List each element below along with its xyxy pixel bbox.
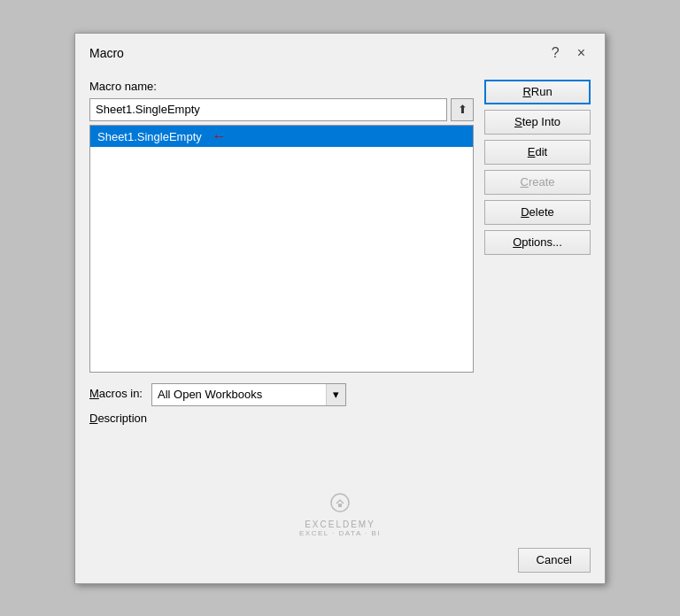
step-into-label: Step Into xyxy=(514,115,560,128)
step-into-button[interactable]: Step Into xyxy=(484,110,591,135)
options-label: Options... xyxy=(513,235,562,249)
description-label: Description xyxy=(89,412,147,425)
bottom-section: Macros in: All Open Workbooks ▾ Descript… xyxy=(89,383,591,469)
footer-row: Cancel xyxy=(75,541,605,583)
brand-tagline: EXCEL · DATA · BI xyxy=(299,529,381,537)
run-button[interactable]: RRun xyxy=(484,80,591,104)
options-button[interactable]: Options... xyxy=(484,230,591,255)
cancel-label: Cancel xyxy=(537,553,572,566)
macros-in-row: Macros in: All Open Workbooks ▾ xyxy=(89,383,426,406)
watermark: exceldemy EXCEL · DATA · BI xyxy=(75,483,605,541)
svg-rect-1 xyxy=(338,504,342,507)
create-label: Create xyxy=(520,175,554,189)
delete-button[interactable]: Delete xyxy=(484,200,591,225)
macro-list-wrapper: Sheet1.SingleEmpty ← xyxy=(89,125,474,373)
description-section: Description xyxy=(89,412,591,469)
close-button[interactable]: × xyxy=(572,44,591,62)
macro-name-row: ⬆ xyxy=(89,98,474,121)
title-bar: Macro ? × xyxy=(75,34,605,69)
macro-name-input[interactable] xyxy=(89,98,447,121)
dialog-title: Macro xyxy=(89,46,124,60)
title-icons: ? × xyxy=(546,44,591,62)
watermark-icon xyxy=(329,492,351,518)
macro-name-label: Macro name: xyxy=(89,80,474,93)
macros-in-select-box[interactable]: All Open Workbooks ▾ xyxy=(151,383,346,406)
brand-name: exceldemy xyxy=(305,520,375,529)
macros-in-value: All Open Workbooks xyxy=(152,388,326,401)
macros-in-label: Macros in: xyxy=(89,387,143,400)
dialog-body: Macro name: ⬆ Sheet1.SingleEmpty ← xyxy=(75,69,605,483)
run-label: RRun xyxy=(522,85,552,98)
macro-item-label: Sheet1.SingleEmpty xyxy=(97,130,202,143)
macro-list-item[interactable]: Sheet1.SingleEmpty ← xyxy=(90,126,473,147)
svg-point-0 xyxy=(331,494,349,512)
cancel-button[interactable]: Cancel xyxy=(518,548,591,573)
macros-in-dropdown-arrow[interactable]: ▾ xyxy=(326,384,345,405)
left-panel: Macro name: ⬆ Sheet1.SingleEmpty ← xyxy=(89,80,474,373)
help-button[interactable]: ? xyxy=(546,44,565,62)
macro-dialog: Macro ? × Macro name: ⬆ xyxy=(74,33,606,584)
chevron-down-icon: ▾ xyxy=(333,388,339,401)
arrow-indicator: ← xyxy=(212,128,226,144)
create-button[interactable]: Create xyxy=(484,170,591,195)
edit-button[interactable]: Edit xyxy=(484,140,591,165)
right-panel: RRun Step Into Edit Create Delete Option… xyxy=(484,80,591,255)
delete-label: Delete xyxy=(521,205,554,219)
upload-icon: ⬆ xyxy=(458,103,468,116)
description-area xyxy=(89,425,591,469)
upload-button[interactable]: ⬆ xyxy=(451,98,474,121)
main-content-row: Macro name: ⬆ Sheet1.SingleEmpty ← xyxy=(89,80,591,373)
macro-name-label-text: Macro name: xyxy=(89,80,157,93)
brand-icon xyxy=(329,492,351,513)
edit-label: Edit xyxy=(528,145,547,158)
macro-list[interactable]: Sheet1.SingleEmpty ← xyxy=(90,126,473,372)
